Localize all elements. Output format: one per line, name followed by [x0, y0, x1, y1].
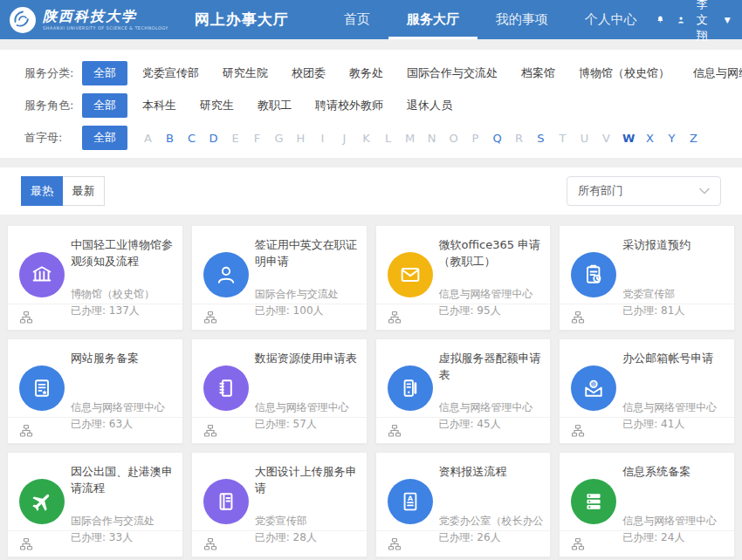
role-chip[interactable]: 聘请校外教师 [315, 98, 383, 113]
role-chip[interactable]: 退休人员 [407, 98, 452, 113]
flow-icon[interactable] [571, 311, 585, 324]
role-chip[interactable]: 教职工 [258, 98, 292, 113]
letter-filter[interactable]: R [513, 132, 525, 145]
service-card[interactable]: 微软office365 申请（教职工） 信息与网络管理中心 已办理: 95人 [375, 225, 552, 331]
letter-filter[interactable]: P [470, 132, 481, 145]
username[interactable]: 李文翔 [697, 0, 718, 44]
initial-label: 首字母: [24, 130, 82, 146]
letter-filter[interactable]: U [579, 132, 590, 145]
service-card[interactable]: 签证用中英文在职证明申请 国际合作与交流处 已办理: 100人 [191, 225, 368, 331]
chevron-down-icon[interactable]: ▼ [725, 16, 731, 24]
category-chip[interactable]: 党委宣传部 [142, 65, 199, 81]
category-chip[interactable]: 校团委 [292, 65, 326, 81]
letter-filter[interactable]: V [601, 132, 612, 145]
flow-icon[interactable] [388, 311, 402, 324]
letter-filter[interactable]: J [339, 132, 350, 145]
flow-icon[interactable] [388, 537, 402, 551]
flow-icon[interactable] [203, 537, 217, 551]
letter-filter[interactable]: T [557, 132, 568, 145]
service-title: 虚拟服务器配额申请表 [439, 350, 542, 383]
filter-panel: 服务分类: 全部党委宣传部研究生院校团委教务处国际合作与交流处档案馆博物馆（校史… [0, 50, 742, 158]
service-department: 信息与网络管理中心 [255, 400, 360, 415]
document-a-icon: A [388, 479, 433, 524]
flow-icon[interactable] [571, 424, 585, 438]
svg-text:A: A [408, 495, 413, 502]
service-card[interactable]: 网站服务备案 信息与网络管理中心 已办理: 63人 [7, 338, 183, 444]
letter-filter[interactable]: H [295, 132, 306, 145]
service-card[interactable]: 信息系统备案 信息与网络管理中心 已办理: 24人 [559, 452, 735, 557]
nav-item[interactable]: 服务大厅 [388, 0, 477, 39]
service-card[interactable]: 数据资源使用申请表 信息与网络管理中心 已办理: 57人 [191, 338, 368, 444]
initial-all-chip[interactable]: 全部 [82, 126, 127, 150]
user-avatar-icon[interactable] [677, 13, 685, 27]
role-chip[interactable]: 全部 [82, 93, 127, 118]
category-chip[interactable]: 教务处 [349, 65, 383, 81]
filter-row-initial: 首字母: 全部 ABCDEFGHIJKLMNOPQRSTUVWXYZ [24, 126, 742, 149]
letter-filter[interactable]: Y [666, 132, 677, 145]
service-card[interactable]: @ 办公邮箱帐号申请 信息与网络管理中心 已办理: 41人 [559, 338, 735, 444]
letter-filter[interactable]: M [404, 132, 416, 145]
university-name-zh: 陕西科技大学 [43, 10, 168, 24]
letter-filter[interactable]: C [186, 132, 197, 145]
letter-filter[interactable]: X [644, 132, 656, 145]
category-chip[interactable]: 全部 [82, 61, 127, 85]
nav-item[interactable]: 我的事项 [477, 0, 567, 39]
nav-item[interactable]: 个人中心 [567, 0, 656, 39]
flow-icon[interactable] [19, 537, 33, 551]
nav-item[interactable]: 首页 [326, 0, 388, 39]
divider [560, 417, 734, 418]
letter-filter[interactable]: Z [688, 132, 699, 145]
letter-filter[interactable]: K [361, 132, 372, 145]
service-title: 网站服务备案 [71, 350, 174, 366]
service-card[interactable]: A 资料报送流程 党委办公室（校长办公室） 已办理: 26人 [375, 452, 552, 557]
flow-icon[interactable] [571, 537, 585, 551]
category-chip[interactable]: 档案馆 [521, 65, 555, 81]
letter-filter[interactable]: W [622, 132, 634, 145]
service-handled-count: 已办理: 95人 [439, 304, 501, 318]
sort-toolbar: 最热最新 所有部门 [0, 167, 742, 215]
letter-filter[interactable]: D [208, 132, 219, 145]
category-chip[interactable]: 信息与网络管理中心 [693, 65, 742, 81]
letter-filter[interactable]: A [142, 132, 154, 145]
letter-filter[interactable]: N [426, 132, 437, 145]
letter-filter[interactable]: O [448, 132, 459, 145]
service-card[interactable]: 中国轻工业博物馆参观须知及流程 博物馆（校史馆） 已办理: 137人 [7, 225, 183, 331]
letter-filter[interactable]: G [273, 132, 285, 145]
letter-filter[interactable]: E [230, 132, 241, 145]
flow-icon[interactable] [19, 311, 33, 324]
role-chip[interactable]: 研究生 [200, 98, 234, 113]
service-title: 中国轻工业博物馆参观须知及流程 [71, 236, 174, 270]
flow-icon[interactable] [203, 311, 217, 324]
letter-filter[interactable]: S [535, 132, 546, 145]
role-options: 全部本科生研究生教职工聘请校外教师退休人员 [82, 93, 476, 118]
bell-icon[interactable] [656, 12, 665, 27]
service-department: 党委办公室（校长办公室） [439, 514, 544, 529]
service-handled-count: 已办理: 41人 [622, 417, 684, 432]
letter-filter[interactable]: L [382, 132, 394, 145]
category-chip[interactable]: 博物馆（校史馆） [579, 65, 670, 81]
service-card[interactable]: 大图设计上传服务申请 党委宣传部 已办理: 28人 [191, 452, 368, 557]
service-handled-count: 已办理: 63人 [71, 417, 133, 432]
sort-tab[interactable]: 最热 [21, 176, 63, 206]
letter-filter[interactable]: F [251, 132, 263, 145]
role-label: 服务角色: [24, 98, 82, 113]
service-title: 资料报送流程 [439, 463, 542, 480]
service-card[interactable]: 采访报道预约 党委宣传部 已办理: 81人 [559, 225, 735, 331]
service-card[interactable]: 虚拟服务器配额申请表 信息与网络管理中心 已办理: 45人 [375, 338, 552, 444]
category-chip[interactable]: 研究生院 [223, 65, 268, 81]
divider [8, 530, 182, 531]
role-chip[interactable]: 本科生 [142, 98, 176, 113]
flow-icon[interactable] [19, 424, 33, 438]
department-select[interactable]: 所有部门 [567, 176, 721, 206]
service-department: 信息与网络管理中心 [71, 400, 175, 415]
letter-filter[interactable]: Q [491, 132, 503, 145]
sort-tab[interactable]: 最新 [63, 176, 105, 206]
category-chip[interactable]: 国际合作与交流处 [407, 65, 498, 81]
main-nav: 首页服务大厅我的事项个人中心 [326, 0, 656, 39]
flow-icon[interactable] [203, 424, 217, 438]
flow-icon[interactable] [388, 424, 402, 438]
filter-row-category: 服务分类: 全部党委宣传部研究生院校团委教务处国际合作与交流处档案馆博物馆（校史… [24, 62, 742, 85]
letter-filter[interactable]: I [317, 132, 328, 145]
letter-filter[interactable]: B [164, 132, 175, 145]
service-card[interactable]: 因公出国、赴港澳申请流程 国际合作与交流处 已办理: 33人 [7, 452, 183, 557]
